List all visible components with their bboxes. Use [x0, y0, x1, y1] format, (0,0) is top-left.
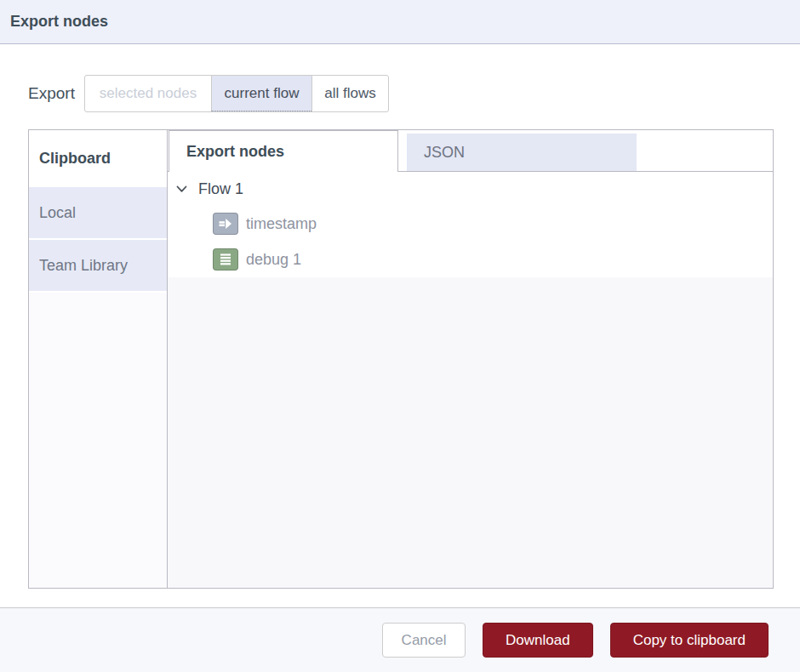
tab-export-nodes[interactable]: Export nodes — [169, 130, 398, 172]
export-library-panel: Clipboard Local Team Library Export node… — [28, 129, 774, 589]
export-scope-label: Export — [28, 84, 72, 103]
tree-row-node[interactable]: debug 1 — [168, 242, 773, 277]
flow-tree: Flow 1 timestamp — [168, 172, 773, 588]
download-button[interactable]: Download — [483, 623, 593, 658]
scope-all-flows-button[interactable]: all flows — [311, 76, 388, 111]
scope-current-flow-button[interactable]: current flow — [211, 76, 311, 111]
sidebar-item-local[interactable]: Local — [29, 187, 167, 240]
export-scope-row: Export selected nodes current flow all f… — [28, 75, 389, 112]
library-main: Export nodes JSON Flow 1 — [168, 130, 773, 588]
dialog-header: Export nodes — [0, 0, 800, 44]
tree-row-flow[interactable]: Flow 1 — [168, 172, 773, 206]
flow-label: Flow 1 — [198, 180, 243, 198]
node-label: debug 1 — [246, 251, 301, 269]
library-sidebar: Clipboard Local Team Library — [29, 130, 168, 588]
library-tabbar: Export nodes JSON — [168, 130, 773, 172]
scope-selected-nodes-button[interactable]: selected nodes — [85, 76, 211, 111]
tab-label: Export nodes — [186, 143, 284, 161]
inject-arrow-icon — [213, 213, 238, 235]
sidebar-item-label: Team Library — [39, 257, 128, 275]
sidebar-item-label: Local — [39, 204, 76, 222]
dialog-footer: Cancel Download Copy to clipboard — [0, 607, 800, 672]
node-label: timestamp — [246, 215, 317, 233]
tab-json[interactable]: JSON — [407, 134, 637, 171]
sidebar-empty-area — [29, 293, 167, 588]
dialog-title: Export nodes — [10, 13, 108, 31]
tree-row-node[interactable]: timestamp — [168, 206, 773, 242]
tab-label: JSON — [424, 144, 465, 162]
chevron-down-icon[interactable] — [175, 183, 187, 195]
sidebar-title: Clipboard — [29, 130, 167, 187]
export-scope-button-group: selected nodes current flow all flows — [84, 75, 389, 112]
debug-lines-icon — [213, 248, 238, 271]
sidebar-item-team-library[interactable]: Team Library — [29, 240, 167, 293]
copy-to-clipboard-button[interactable]: Copy to clipboard — [610, 623, 769, 658]
cancel-button[interactable]: Cancel — [382, 623, 466, 658]
